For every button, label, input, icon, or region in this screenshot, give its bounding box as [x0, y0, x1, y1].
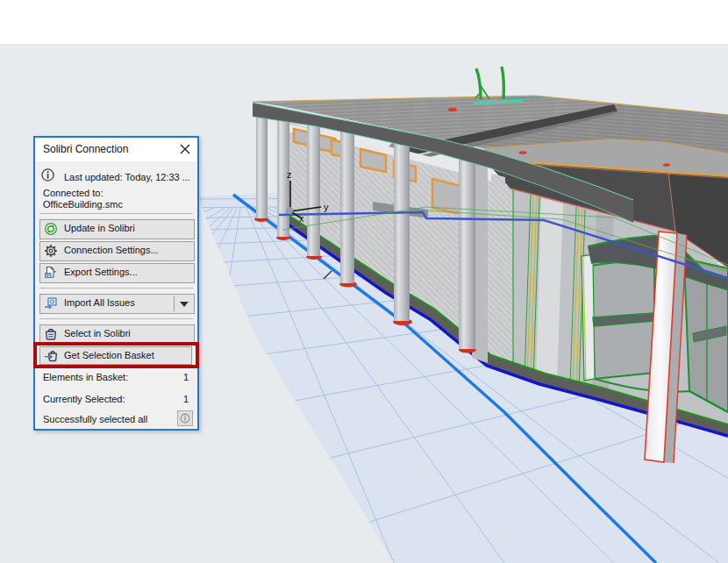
- svg-text:x: x: [299, 213, 304, 224]
- svg-text:y: y: [324, 202, 329, 212]
- svg-text:z: z: [287, 169, 292, 180]
